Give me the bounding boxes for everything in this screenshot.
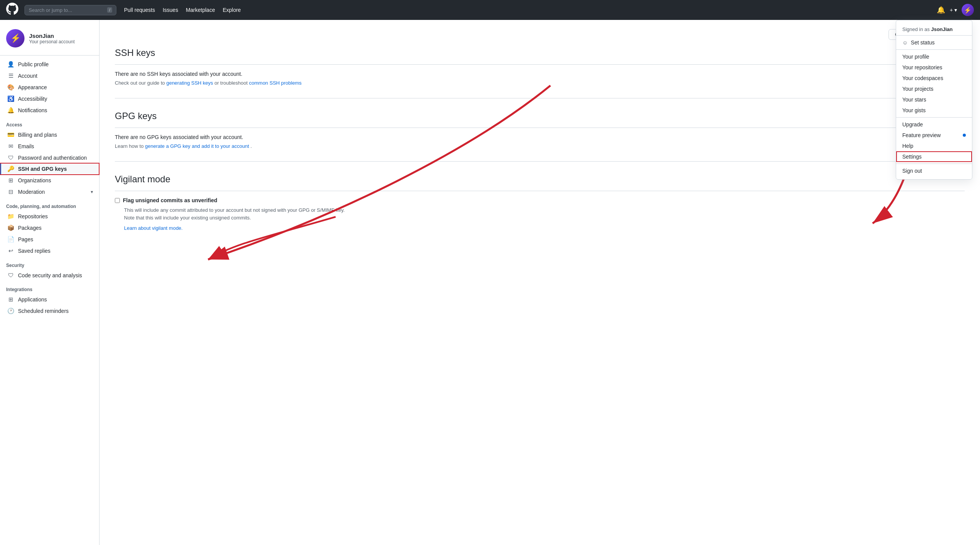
dropdown-your-stars[interactable]: Your stars: [896, 94, 972, 105]
sidebar-nav-item-packages[interactable]: 📦 Packages: [0, 222, 99, 234]
topnav-links: Pull requests Issues Marketplace Explore: [124, 7, 241, 13]
vigilant-checkbox-label[interactable]: Flag unsigned commits as unverified: [115, 197, 965, 203]
slash-badge: /: [107, 7, 112, 13]
repo-icon: 📁: [7, 213, 14, 220]
notifications-icon[interactable]: 🔔: [937, 6, 945, 14]
dropdown-your-repositories[interactable]: Your repositories: [896, 62, 972, 73]
sidebar-nav-item-accessibility[interactable]: ♿ Accessibility: [0, 93, 99, 105]
avatar[interactable]: ⚡: [962, 4, 974, 16]
common-ssh-problems-link[interactable]: common SSH problems: [249, 80, 302, 86]
sidebar-nav-item-moderation[interactable]: ⊟ Moderation ▾: [0, 186, 99, 198]
vigilant-link-para: Learn about vigilant mode.: [124, 224, 965, 232]
sidebar-nav-item-emails[interactable]: ✉ Emails: [0, 141, 99, 152]
sidebar-nav-item-scheduled-reminders[interactable]: 🕐 Scheduled reminders: [0, 305, 99, 317]
dropdown-sign-out[interactable]: Sign out: [896, 165, 972, 176]
search-input[interactable]: Search or jump to... /: [24, 5, 116, 15]
dropdown-feature-preview[interactable]: Feature preview: [896, 130, 972, 141]
gpg-empty-message: There are no GPG keys associated with yo…: [115, 134, 965, 140]
vigilant-desc1: This will include any commit attributed …: [124, 206, 965, 214]
generate-gpg-key-link[interactable]: generate a GPG key and add it to your ac…: [145, 143, 249, 149]
code-security-icon: 🛡: [7, 272, 14, 278]
dropdown-upgrade[interactable]: Upgrade: [896, 119, 972, 130]
dropdown-set-status[interactable]: ☺ Set status: [896, 37, 972, 48]
sidebar: ⚡ JsonJian Your personal account 👤 Publi…: [0, 20, 100, 545]
vigilant-desc2: Note that this will include your existin…: [124, 214, 965, 222]
saved-replies-icon: ↩: [7, 247, 14, 254]
dropdown-header: Signed in as JsonJian: [896, 23, 972, 36]
sidebar-nav-item-ssh-gpg[interactable]: 🔑 SSH and GPG keys: [0, 163, 99, 175]
sidebar-nav-item-appearance[interactable]: 🎨 Appearance: [0, 82, 99, 93]
smiley-icon: ☺: [902, 39, 908, 46]
package-icon: 📦: [7, 224, 14, 231]
gpg-helper: Learn how to generate a GPG key and add …: [115, 143, 965, 149]
feature-preview-dot: [963, 134, 966, 137]
account-icon: ☰: [7, 72, 14, 79]
ssh-keys-section: SSH keys New SSH key There are no SSH ke…: [115, 47, 965, 98]
sidebar-username: JsonJian: [29, 33, 75, 39]
topnav-issues[interactable]: Issues: [163, 7, 178, 13]
dropdown-your-codespaces[interactable]: Your codespaces: [896, 73, 972, 83]
pages-icon: 📄: [7, 236, 14, 243]
applications-icon: ⊞: [7, 296, 14, 303]
sidebar-nav-item-applications[interactable]: ⊞ Applications: [0, 294, 99, 305]
main-content: Go to your personal profile SSH keys New…: [100, 20, 980, 545]
gpg-title: GPG keys: [115, 111, 157, 121]
integrations-section-label: Integrations: [0, 281, 99, 294]
access-section-label: Access: [0, 116, 99, 129]
vigilant-title: Vigilant mode: [115, 174, 965, 191]
topnav-marketplace[interactable]: Marketplace: [186, 7, 215, 13]
sidebar-nav-item-public-profile[interactable]: 👤 Public profile: [0, 59, 99, 70]
gpg-keys-section: GPG keys New GPG key There are no GPG ke…: [115, 111, 965, 162]
accessibility-icon: ♿: [7, 95, 14, 102]
dropdown-divider-1: [896, 49, 972, 50]
dropdown-your-projects[interactable]: Your projects: [896, 83, 972, 94]
sidebar-nav-item-saved-replies[interactable]: ↩ Saved replies: [0, 245, 99, 257]
billing-icon: 💳: [7, 131, 14, 138]
ssh-header: SSH keys New SSH key: [115, 47, 965, 65]
topnav: Search or jump to... / Pull requests Iss…: [0, 0, 980, 20]
ssh-empty-message: There are no SSH keys associated with yo…: [115, 71, 965, 77]
vigilant-checkbox[interactable]: [115, 198, 120, 203]
sidebar-nav-item-billing[interactable]: 💳 Billing and plans: [0, 129, 99, 141]
sidebar-avatar-icon: ⚡: [6, 29, 24, 47]
shield-icon: 🛡: [7, 154, 14, 161]
sidebar-subtitle: Your personal account: [29, 39, 75, 44]
sidebar-nav-item-organizations[interactable]: ⊞ Organizations: [0, 175, 99, 186]
dropdown-settings[interactable]: Settings: [896, 151, 972, 162]
generating-ssh-keys-link[interactable]: generating SSH keys: [166, 80, 213, 86]
security-section-label: Security: [0, 257, 99, 270]
appearance-icon: 🎨: [7, 84, 14, 91]
sidebar-profile: ⚡ JsonJian Your personal account: [0, 29, 99, 56]
sidebar-nav-item-password-auth[interactable]: 🛡 Password and authentication: [0, 152, 99, 163]
github-logo-icon[interactable]: [6, 3, 18, 17]
key-icon: 🔑: [7, 165, 14, 172]
sidebar-nav-item-repositories[interactable]: 📁 Repositories: [0, 211, 99, 222]
create-new-button[interactable]: + ▾: [950, 7, 957, 13]
topnav-pull-requests[interactable]: Pull requests: [124, 7, 155, 13]
notifications-bell-icon: 🔔: [7, 107, 14, 114]
learn-vigilant-link[interactable]: Learn about vigilant mode.: [124, 225, 183, 231]
topnav-explore[interactable]: Explore: [223, 7, 241, 13]
dropdown-divider-2: [896, 117, 972, 118]
page-layout: ⚡ JsonJian Your personal account 👤 Publi…: [0, 20, 980, 545]
dropdown-username: JsonJian: [931, 26, 952, 32]
sidebar-nav-item-notifications[interactable]: 🔔 Notifications: [0, 105, 99, 116]
sidebar-nav-item-account[interactable]: ☰ Account: [0, 70, 99, 82]
dropdown-divider-3: [896, 164, 972, 164]
ssh-helper: Check out our guide to generating SSH ke…: [115, 80, 965, 86]
dropdown-your-gists[interactable]: Your gists: [896, 105, 972, 116]
sidebar-profile-info: JsonJian Your personal account: [29, 33, 75, 44]
chevron-down-icon: ▾: [91, 189, 93, 195]
gpg-header: GPG keys New GPG key: [115, 111, 965, 128]
search-placeholder: Search or jump to...: [29, 7, 72, 13]
moderation-icon: ⊟: [7, 188, 14, 195]
dropdown-menu: Signed in as JsonJian ☺ Set status Your …: [896, 20, 972, 180]
sidebar-nav-item-code-security[interactable]: 🛡 Code security and analysis: [0, 270, 99, 281]
dropdown-help[interactable]: Help: [896, 141, 972, 151]
ssh-title: SSH keys: [115, 47, 155, 58]
vigilant-mode-section: Vigilant mode Flag unsigned commits as u…: [115, 174, 965, 232]
org-icon: ⊞: [7, 177, 14, 184]
code-section-label: Code, planning, and automation: [0, 198, 99, 211]
sidebar-nav-item-pages[interactable]: 📄 Pages: [0, 234, 99, 245]
dropdown-your-profile[interactable]: Your profile: [896, 51, 972, 62]
